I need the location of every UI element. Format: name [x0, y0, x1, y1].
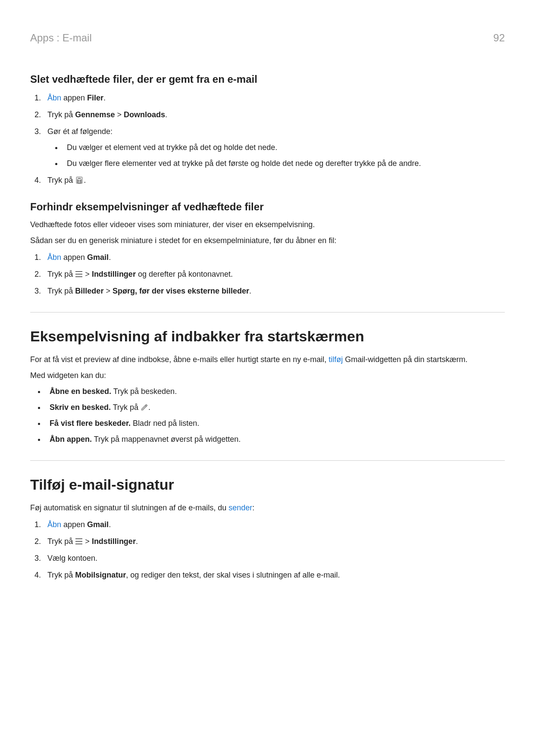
list-item: Åbn appen. Tryk på mappenavnet øverst på… [45, 434, 505, 445]
list-item: Vælg kontoen. [43, 553, 505, 564]
text-bold: Gmail [87, 520, 109, 529]
list-item: Tryk på Gennemse > Downloads. [43, 109, 505, 121]
list-item: Åbn appen Gmail. [43, 252, 505, 263]
text-bold: Spørg, før der vises eksterne billeder [113, 287, 249, 295]
open-link[interactable]: Åbn [47, 253, 61, 262]
paragraph: Sådan ser du en generisk miniature i ste… [30, 235, 505, 247]
text: Føj automatisk en signatur til slutninge… [30, 503, 228, 512]
text-bold: Indstillinger [92, 537, 136, 546]
text: Tryk på [47, 287, 75, 295]
text: appen [61, 520, 87, 529]
text-bold: Mobilsignatur [75, 571, 126, 579]
text-bold: Skriv en besked. [50, 403, 111, 412]
ordered-list: Åbn appen Gmail. Tryk på > Indstillinger… [30, 252, 505, 297]
section-heading: Forhindr eksempelvisninger af vedhæftede… [30, 199, 505, 215]
text: . [165, 110, 167, 119]
text-bold: Få vist flere beskeder. [50, 419, 131, 428]
list-item: Få vist flere beskeder. Bladr ned på lis… [45, 418, 505, 429]
text: Gør ét af følgende: [47, 127, 113, 136]
trash-icon [75, 176, 84, 184]
text: . [84, 176, 86, 184]
divider [30, 460, 505, 461]
hamburger-menu-icon [75, 538, 83, 544]
text: > [83, 270, 92, 278]
text: Gmail-widgetten på din startskærm. [343, 355, 467, 364]
list-item: Gør ét af følgende: Du vælger et element… [43, 126, 505, 169]
paragraph: Vedhæftede fotos eller videoer vises som… [30, 219, 505, 231]
hamburger-menu-icon [75, 271, 83, 277]
text: Tryk på [111, 403, 141, 412]
text-bold: Åbn appen. [50, 435, 92, 444]
list-item: Du vælger flere elementer ved at trykke … [63, 158, 505, 169]
page-content: Apps : E-mail 92 Slet vedhæftede filer, … [0, 0, 535, 756]
list-item: Åbn appen Filer. [43, 92, 505, 104]
divider [30, 312, 505, 312]
list-item: Tryk på > Indstillinger og derefter på k… [43, 269, 505, 280]
text: . [109, 253, 111, 262]
open-link[interactable]: Åbn [47, 94, 61, 102]
breadcrumb: Apps : E-mail [30, 30, 92, 46]
list-item: Tryk på Mobilsignatur, og rediger den te… [43, 569, 505, 581]
section-heading: Eksempelvisning af indbakker fra startsk… [30, 325, 505, 347]
text: . [109, 520, 111, 529]
section-heading: Tilføj e-mail-signatur [30, 474, 505, 496]
text-bold: Indstillinger [92, 270, 136, 278]
text: appen [61, 94, 87, 102]
list-item: Tryk på Billeder > Spørg, før der vises … [43, 285, 505, 297]
text: Tryk på [47, 571, 75, 579]
paragraph: For at få vist et preview af dine indbok… [30, 354, 505, 366]
pencil-icon [141, 403, 148, 411]
list-item: Tryk på > Indstillinger. [43, 536, 505, 547]
text: > [115, 110, 124, 119]
page-header: Apps : E-mail 92 [30, 30, 505, 46]
text: Tryk på [47, 270, 75, 278]
text: For at få vist et preview af dine indbok… [30, 355, 329, 364]
text: . [103, 94, 106, 102]
text-bold: Åbne en besked. [50, 387, 111, 396]
unordered-list: Åbne en besked. Tryk på beskeden. Skriv … [30, 386, 505, 445]
text-bold: Gennemse [75, 110, 115, 119]
ordered-list: Åbn appen Filer. Tryk på Gennemse > Down… [30, 92, 505, 186]
list-item: Tryk på . [43, 175, 505, 186]
send-link[interactable]: sender [228, 503, 252, 512]
text: , og rediger den tekst, der skal vises i… [126, 571, 340, 579]
text: > [83, 537, 92, 546]
unordered-list: Du vælger et element ved at trykke på de… [47, 142, 505, 169]
text: appen [61, 253, 87, 262]
section-heading: Slet vedhæftede filer, der er gemt fra e… [30, 72, 505, 87]
list-item: Åbne en besked. Tryk på beskeden. [45, 386, 505, 397]
text-bold: Billeder [75, 287, 103, 295]
text: Tryk på beskeden. [111, 387, 177, 396]
ordered-list: Åbn appen Gmail. Tryk på > Indstillinger… [30, 519, 505, 581]
list-item: Åbn appen Gmail. [43, 519, 505, 531]
text-bold: Gmail [87, 253, 109, 262]
text: og derefter på kontonavnet. [136, 270, 233, 278]
list-item: Skriv en besked. Tryk på . [45, 402, 505, 413]
text-bold: Downloads [124, 110, 165, 119]
text-bold: Filer [87, 94, 103, 102]
paragraph: Med widgeten kan du: [30, 370, 505, 381]
text: Tryk på mappenavnet øverst på widgetten. [92, 435, 241, 444]
text: Tryk på [47, 176, 75, 184]
text: Tryk på [47, 537, 75, 546]
list-item: Du vælger et element ved at trykke på de… [63, 142, 505, 153]
text: . [136, 537, 138, 546]
text: . [148, 403, 150, 412]
paragraph: Føj automatisk en signatur til slutninge… [30, 502, 505, 514]
open-link[interactable]: Åbn [47, 520, 61, 529]
text: Bladr ned på listen. [131, 419, 199, 428]
text: : [252, 503, 254, 512]
text: Tryk på [47, 110, 75, 119]
page-number: 92 [493, 30, 505, 46]
text: > [103, 287, 113, 295]
text: . [249, 287, 251, 295]
add-link[interactable]: tilføj [329, 355, 343, 364]
